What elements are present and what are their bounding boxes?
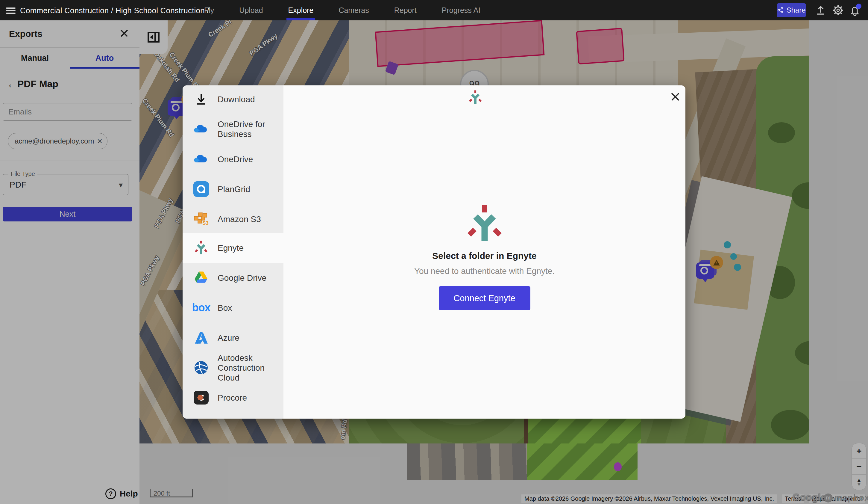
destination-onedrive-business[interactable]: OneDrive for Business <box>183 114 283 144</box>
share-icon <box>777 7 784 13</box>
onedrive-icon <box>193 151 209 168</box>
onedrive-icon <box>193 121 209 138</box>
modal-title: Select a folder in Egnyte <box>432 251 536 261</box>
destination-download[interactable]: Download <box>183 85 283 113</box>
modal-subtitle: You need to authenticate with Egnyte. <box>414 266 555 276</box>
nav-cameras[interactable]: Cameras <box>326 0 381 20</box>
share-button[interactable]: Share <box>777 3 806 17</box>
breadcrumb[interactable]: Commercial Construction / High School Co… <box>20 6 209 15</box>
export-destination-modal: Download OneDrive for Business OneDrive <box>183 85 685 419</box>
destination-plangrid[interactable]: PlanGrid <box>183 174 283 204</box>
azure-icon <box>193 329 209 346</box>
menu-icon[interactable] <box>6 6 16 14</box>
download-icon <box>193 91 209 108</box>
destination-onedrive[interactable]: OneDrive <box>183 144 283 174</box>
nav-upload[interactable]: Upload <box>227 0 275 20</box>
egnyte-icon <box>193 239 209 256</box>
destination-google-drive[interactable]: Google Drive <box>183 263 283 293</box>
amazon-s3-icon: S3 <box>193 211 209 228</box>
destination-list: Download OneDrive for Business OneDrive <box>183 85 283 419</box>
connect-egnyte-button[interactable]: Connect Egnyte <box>439 286 530 310</box>
destination-procore[interactable]: C Procore <box>183 383 283 413</box>
main-nav: Fly Upload Explore Cameras Report Progre… <box>192 0 493 20</box>
nav-progress-ai[interactable]: Progress AI <box>429 0 493 20</box>
nav-report[interactable]: Report <box>382 0 429 20</box>
egnyte-logo <box>462 202 507 246</box>
gear-icon[interactable] <box>832 4 844 16</box>
upload-icon[interactable] <box>815 4 827 16</box>
autodesk-construction-cloud-icon <box>193 359 209 376</box>
procore-icon: C <box>193 389 209 406</box>
svg-text:S3: S3 <box>202 220 209 226</box>
close-icon[interactable] <box>669 90 682 103</box>
active-nav-underline <box>287 18 316 20</box>
google-drive-icon <box>193 269 209 286</box>
box-icon: box <box>193 299 209 316</box>
plangrid-icon <box>193 181 209 198</box>
destination-amazon-s3[interactable]: S3 Amazon S3 <box>183 204 283 234</box>
nav-fly[interactable]: Fly <box>192 0 227 20</box>
destination-azure[interactable]: Azure <box>183 323 283 353</box>
bell-icon[interactable] <box>849 4 861 16</box>
notification-dot <box>856 3 861 9</box>
nav-explore[interactable]: Explore <box>276 0 326 20</box>
destination-autodesk-construction-cloud[interactable]: Autodesk Construction Cloud <box>183 353 283 383</box>
egnyte-auth-content: Select a folder in Egnyte You need to au… <box>283 85 685 419</box>
top-navigation-bar: Commercial Construction / High School Co… <box>0 0 868 20</box>
destination-box[interactable]: box Box <box>183 293 283 323</box>
destination-egnyte[interactable]: Egnyte <box>183 233 283 263</box>
